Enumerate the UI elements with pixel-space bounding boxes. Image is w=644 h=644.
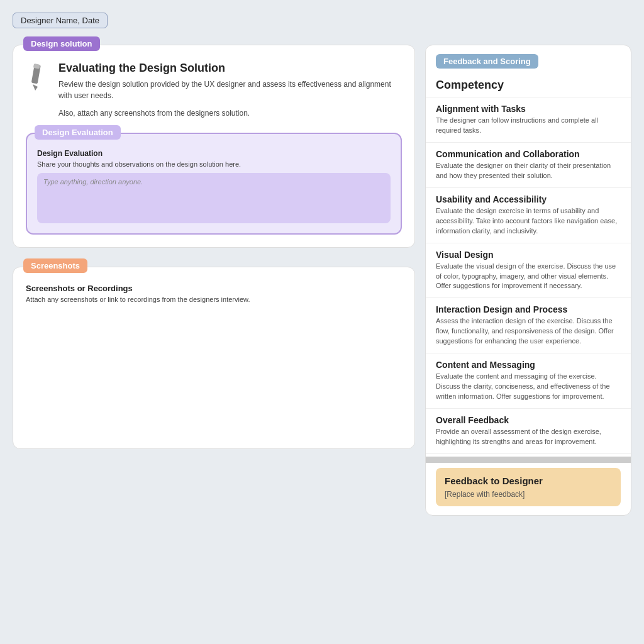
competency-item-interaction: Interaction Design and Process Assess th… bbox=[426, 298, 631, 353]
competency-header: Competency bbox=[426, 71, 631, 97]
design-solution-desc1: Review the design solution provided by t… bbox=[58, 79, 402, 101]
competency-item-desc: Evaluate the visual design of the exerci… bbox=[436, 262, 621, 292]
feedback-scoring-badge: Feedback and Scoring bbox=[436, 54, 538, 69]
designer-name-badge: Designer Name, Date bbox=[13, 13, 108, 28]
screenshots-inner-title: Screenshots or Recordings bbox=[26, 284, 402, 293]
left-column: Design solution Evaluating the Design So… bbox=[13, 36, 415, 631]
competency-item-desc: Evaluate the design exercise in terms of… bbox=[436, 206, 621, 236]
screenshots-card: Screenshots Screenshots or Recordings At… bbox=[13, 267, 415, 449]
competency-item-title: Content and Messaging bbox=[436, 360, 621, 370]
card-header-text: Evaluating the Design Solution Review th… bbox=[58, 62, 402, 101]
feedback-to-designer-box[interactable]: Feedback to Designer [Replace with feedb… bbox=[436, 468, 621, 506]
design-evaluation-badge: Design Evaluation bbox=[35, 125, 121, 140]
eval-textarea[interactable]: Type anything, direction anyone. bbox=[37, 173, 391, 223]
svg-marker-1 bbox=[33, 84, 38, 91]
competency-item-desc: The designer can follow instructions and… bbox=[436, 116, 621, 136]
pencil-icon bbox=[26, 62, 50, 92]
competency-item-desc: Evaluate the designer on their clarity o… bbox=[436, 161, 621, 181]
right-column: Feedback and Scoring Competency Alignmen… bbox=[425, 36, 631, 631]
competency-item-desc: Provide an overall assessment of the des… bbox=[436, 427, 621, 447]
card-header-row: Evaluating the Design Solution Review th… bbox=[26, 62, 402, 101]
competency-item-title: Interaction Design and Process bbox=[436, 304, 621, 314]
feedback-to-designer-title: Feedback to Designer bbox=[445, 475, 612, 486]
main-row: Design solution Evaluating the Design So… bbox=[13, 36, 631, 631]
competency-item-title: Alignment with Tasks bbox=[436, 104, 621, 114]
eval-inner-desc: Share your thoughts and observations on … bbox=[37, 160, 391, 168]
page-wrapper: Designer Name, Date Design solution E bbox=[0, 0, 644, 644]
feedback-scoring-card: Feedback and Scoring Competency Alignmen… bbox=[425, 45, 631, 516]
competency-item-title: Communication and Collaboration bbox=[436, 149, 621, 159]
competency-item-content: Content and Messaging Evaluate the conte… bbox=[426, 353, 631, 409]
design-evaluation-card: Design Evaluation Design Evaluation Shar… bbox=[26, 133, 402, 235]
competency-item-overall: Overall Feedback Provide an overall asse… bbox=[426, 409, 631, 454]
competency-item-desc: Evaluate the content and messaging of th… bbox=[436, 372, 621, 402]
feedback-to-designer-placeholder: [Replace with feedback] bbox=[445, 490, 612, 499]
competency-item-alignment: Alignment with Tasks The designer can fo… bbox=[426, 97, 631, 143]
screenshots-inner-desc: Attach any screenshots or link to record… bbox=[26, 296, 402, 303]
feedback-badge-row: Feedback and Scoring bbox=[426, 45, 631, 69]
screenshots-badge: Screenshots bbox=[23, 258, 87, 273]
eval-inner-label: Design Evaluation bbox=[37, 149, 391, 158]
design-solution-desc2: Also, attach any screenshots from the de… bbox=[58, 108, 402, 119]
eval-textarea-placeholder: Type anything, direction anyone. bbox=[43, 178, 143, 186]
design-solution-card: Design solution Evaluating the Design So… bbox=[13, 45, 415, 248]
design-solution-title: Evaluating the Design Solution bbox=[58, 62, 402, 75]
competency-item-title: Overall Feedback bbox=[436, 415, 621, 425]
competency-item-visual: Visual Design Evaluate the visual design… bbox=[426, 243, 631, 299]
competency-item-usability: Usability and Accessibility Evaluate the… bbox=[426, 188, 631, 243]
competency-item-communication: Communication and Collaboration Evaluate… bbox=[426, 143, 631, 188]
competency-item-title: Usability and Accessibility bbox=[436, 194, 621, 204]
competency-item-title: Visual Design bbox=[436, 250, 621, 260]
scoring-divider bbox=[426, 457, 631, 463]
design-solution-badge: Design solution bbox=[23, 36, 100, 51]
competency-item-desc: Assess the interaction design of the exe… bbox=[436, 316, 621, 347]
